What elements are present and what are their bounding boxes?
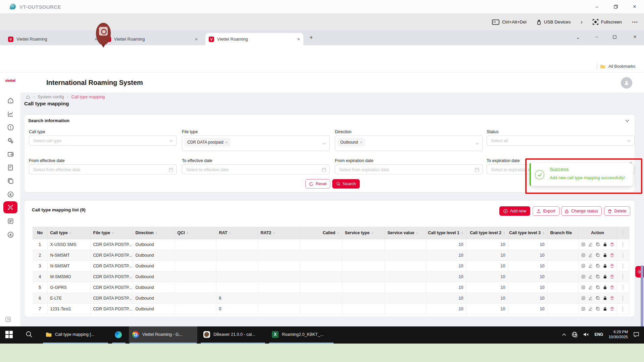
table-row[interactable]: 3 N-SMSMT CDR DATA POSTP... Outbound 10 …	[33, 261, 629, 271]
file-type-multiselect[interactable]: CDR DATA postpaid×	[182, 136, 330, 151]
tray-chevron-up-icon[interactable]	[562, 333, 566, 336]
col-direction[interactable]: Direction▲▼	[133, 227, 175, 239]
from-effective-date-input[interactable]: Select from effective date	[29, 164, 177, 174]
view-icon[interactable]	[581, 306, 586, 311]
col-select-all[interactable]	[617, 227, 629, 239]
row-checkbox[interactable]	[623, 263, 623, 269]
breadcrumb-call-type-mapping[interactable]: Call type mapping	[71, 95, 105, 99]
sort-icon[interactable]: ▲▼	[542, 231, 544, 235]
sort-icon[interactable]: ▲▼	[69, 231, 71, 235]
search-button[interactable]: Search	[332, 179, 360, 189]
change-status-button[interactable]: Change status	[561, 206, 602, 216]
delete-button[interactable]: Delete	[604, 206, 630, 216]
lock-icon[interactable]	[603, 306, 607, 311]
sort-icon[interactable]: ▲▼	[273, 231, 275, 235]
sidebar-item-wallet[interactable]	[3, 148, 17, 160]
vm-start-button[interactable]	[5, 331, 13, 338]
row-checkbox[interactable]	[623, 285, 623, 290]
table-row[interactable]: 2 N-SMSMT CDR DATA POSTP... Outbound 10 …	[33, 250, 629, 261]
vm-taskbar-excel-roaming-workbook[interactable]: X Roaming2.0_KBKT_...	[268, 326, 334, 343]
delete-row-icon[interactable]	[610, 263, 614, 268]
row-checkbox[interactable]	[623, 274, 623, 279]
notification-center-icon[interactable]	[633, 332, 639, 337]
sidebar-item-billing[interactable]: $	[3, 228, 17, 241]
row-checkbox[interactable]	[623, 253, 623, 258]
col-file-type[interactable]: File type▲▼	[90, 227, 133, 239]
col-qci[interactable]: QCI▲▼	[175, 227, 216, 239]
sidebar-item-forms[interactable]	[3, 215, 17, 227]
copy-icon[interactable]	[596, 242, 600, 247]
view-icon[interactable]	[581, 296, 586, 301]
delete-row-icon[interactable]	[610, 296, 614, 301]
sidebar-collapse-button[interactable]	[5, 317, 11, 322]
copy-icon[interactable]	[596, 263, 600, 268]
vm-taskbar-search-icon[interactable]	[26, 331, 33, 338]
row-checkbox[interactable]	[623, 306, 623, 312]
tab-close-icon[interactable]: ×	[297, 37, 300, 42]
col-rat2[interactable]: RAT2▲▼	[258, 227, 300, 239]
add-new-button[interactable]: Add new	[499, 206, 530, 216]
delete-row-icon[interactable]	[610, 253, 614, 258]
col-call-type-level-3[interactable]: Call type level 3▲▼	[508, 227, 547, 239]
breadcrumb-system-config[interactable]: System config	[38, 95, 64, 99]
col-service-value[interactable]: Service value▲▼	[385, 227, 426, 239]
vm-restore-button[interactable]	[606, 0, 625, 13]
table-row[interactable]: 1 X-USSD SMS CDR DATA POSTP... Outbound …	[33, 239, 629, 250]
col-call-type-level-2[interactable]: Call type level 2▲▼	[466, 227, 508, 239]
copy-icon[interactable]	[596, 274, 600, 279]
tab-viettel-roaming-1[interactable]: V Viettel Roaming ×	[5, 33, 101, 45]
col-no[interactable]: No	[33, 227, 47, 239]
table-row[interactable]: 6 E-LTE CDR DATA POSTP... Outbound 6 10 …	[33, 293, 629, 304]
copy-icon[interactable]	[596, 306, 600, 311]
table-row[interactable]: 4 M-SMSMO CDR DATA POSTP... Outbound 10 …	[33, 271, 629, 282]
view-icon[interactable]	[581, 285, 586, 290]
edit-icon[interactable]	[588, 242, 593, 247]
sort-icon[interactable]: ▲▼	[461, 231, 463, 235]
edit-icon[interactable]	[588, 263, 593, 268]
vm-taskbar-dbeaver[interactable]: DBeaver 21.0.0 - cal...	[200, 326, 266, 343]
col-rat[interactable]: RAT▲▼	[216, 227, 258, 239]
copy-icon[interactable]	[596, 253, 600, 258]
col-branch-file[interactable]: Branch file	[547, 227, 578, 239]
all-bookmarks-button[interactable]: All Bookmarks	[597, 64, 635, 69]
ctrl-alt-del-button[interactable]: Ctrl+Alt+Del	[492, 19, 527, 25]
browser-close-button[interactable]: ×	[632, 34, 638, 40]
col-called[interactable]: Called▲▼	[300, 227, 342, 239]
sidebar-item-invoice[interactable]	[3, 161, 17, 173]
fullscreen-button[interactable]: Fullscreen	[593, 19, 622, 25]
copy-icon[interactable]	[596, 296, 600, 301]
network-globe-icon[interactable]	[572, 331, 578, 338]
tag-remove-icon[interactable]: ×	[226, 140, 228, 144]
sort-icon[interactable]: ▲▼	[229, 231, 231, 235]
lock-icon[interactable]	[603, 296, 607, 301]
sort-icon[interactable]: ▲▼	[155, 231, 157, 235]
table-row[interactable]: 5 G-GPRS CDR DATA POSTP... Outbound 10 1…	[33, 282, 629, 293]
vm-clock[interactable]: 6:29 PM10/30/2025	[608, 329, 628, 340]
copy-icon[interactable]	[596, 285, 600, 290]
edit-icon[interactable]	[588, 285, 593, 290]
user-avatar[interactable]	[621, 77, 632, 89]
delete-row-icon[interactable]	[610, 306, 614, 311]
direction-tag[interactable]: Outbound×	[338, 138, 365, 146]
toolbar-expand-chevron[interactable]: ›	[581, 19, 582, 25]
row-checkbox[interactable]	[623, 242, 623, 247]
lock-icon[interactable]	[603, 285, 607, 290]
direction-multiselect[interactable]: Outbound×	[335, 136, 483, 151]
reset-button[interactable]: Reset	[305, 179, 330, 189]
page-scrollbar[interactable]	[641, 265, 643, 326]
breadcrumb-home-icon[interactable]	[26, 95, 30, 99]
sort-icon[interactable]: ▲▼	[337, 231, 339, 235]
sidebar-item-alerts[interactable]	[3, 121, 17, 133]
col-call-type[interactable]: Call type▲▼	[47, 227, 90, 239]
delete-row-icon[interactable]	[610, 242, 614, 247]
lock-icon[interactable]	[603, 274, 607, 279]
edit-icon[interactable]	[588, 274, 593, 279]
file-type-tag[interactable]: CDR DATA postpaid×	[185, 138, 230, 146]
to-effective-date-input[interactable]: Select to effective date	[182, 164, 330, 174]
sidebar-item-file-manager[interactable]	[3, 175, 17, 187]
call-type-select[interactable]: Select call type	[29, 136, 177, 146]
col-call-type-level-1[interactable]: Call type level 1▲▼	[426, 227, 466, 239]
toast-close-icon[interactable]: ×	[630, 160, 633, 165]
tab-viettel-roaming-3-active[interactable]: V Viettel Roaming ×	[205, 33, 303, 45]
collapse-section-chevron-icon[interactable]	[625, 119, 629, 122]
